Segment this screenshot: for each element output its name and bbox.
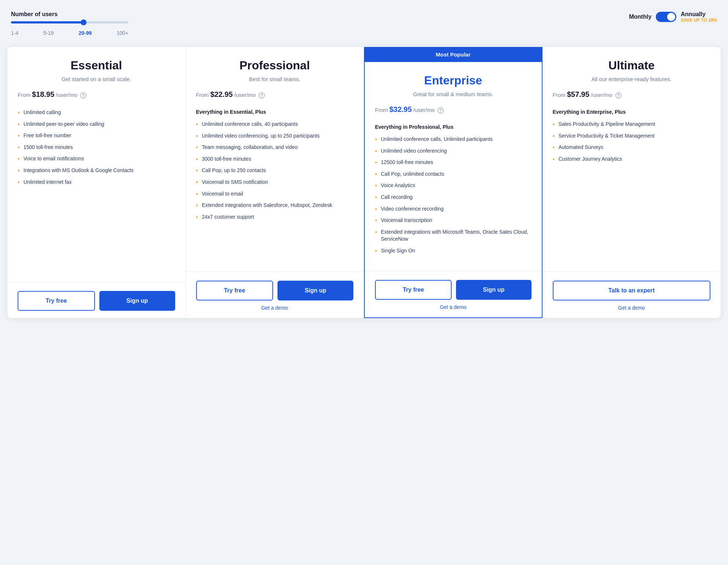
professional-feature-2: Unlimited video conferencing, up to 250 … xyxy=(196,132,354,140)
ultimate-features-header: Everything in Enterprise, Plus xyxy=(553,109,711,115)
tick-5-19[interactable]: 5-19 xyxy=(43,30,54,36)
ultimate-price-from: From xyxy=(553,92,567,98)
professional-feature-1: Unlimited conference calls, 40 participa… xyxy=(196,121,354,128)
professional-cta: Try free Sign up Get a demo xyxy=(186,271,364,318)
professional-feature-9: 24x7 customer support xyxy=(196,214,354,221)
enterprise-feature-6: Call recording xyxy=(375,194,532,201)
enterprise-content: Enterprise Great for small & medium team… xyxy=(365,62,542,271)
professional-price: From $22.95 /user/mo ? xyxy=(196,90,354,99)
professional-features-header: Everything in Essential, Plus xyxy=(196,109,354,115)
ultimate-demo-link[interactable]: Get a demo xyxy=(618,305,645,311)
essential-feature-1: Unlimited calling xyxy=(18,109,175,116)
enterprise-features: Unlimited conference calls, Unlimited pa… xyxy=(375,136,532,259)
users-ticks: 1-4 5-19 20-99 100+ xyxy=(11,30,128,36)
enterprise-feature-5: Voice Analytics xyxy=(375,182,532,189)
ultimate-features: Sales Productivity & Pipeline Management… xyxy=(553,121,711,260)
essential-features: Unlimited calling Unlimited peer-to-peer… xyxy=(18,109,175,270)
professional-price-from: From xyxy=(196,92,210,98)
essential-sign-up-button[interactable]: Sign up xyxy=(99,291,175,311)
billing-toggle-switch[interactable] xyxy=(656,12,676,22)
billing-toggle: Monthly Annually SAVE UP TO 28% xyxy=(629,11,717,23)
ultimate-description: All our enterprise-ready features. xyxy=(553,76,711,82)
tick-1-4[interactable]: 1-4 xyxy=(11,30,18,36)
enterprise-features-header: Everything in Professional, Plus xyxy=(375,124,532,130)
enterprise-cta: Try free Sign up Get a demo xyxy=(365,271,542,317)
plan-enterprise: Most Popular Enterprise Great for small … xyxy=(364,47,543,318)
toggle-knob xyxy=(667,13,675,21)
enterprise-price-amount: $32.95 xyxy=(389,105,412,113)
professional-name: Professional xyxy=(196,59,354,72)
essential-name: Essential xyxy=(18,59,175,72)
enterprise-description: Great for small & medium teams. xyxy=(375,91,532,97)
essential-feature-2: Unlimited peer-to-peer video calling xyxy=(18,121,175,128)
professional-feature-3: Team messaging, collaboration, and video xyxy=(196,144,354,151)
enterprise-try-free-button[interactable]: Try free xyxy=(375,280,452,300)
ultimate-talk-expert-button[interactable]: Talk to an expert xyxy=(553,281,711,300)
slider-thumb xyxy=(81,19,87,25)
enterprise-feature-2: Unlimited video conferencing xyxy=(375,147,532,155)
enterprise-info-icon[interactable]: ? xyxy=(438,107,444,113)
enterprise-feature-8: Voicemail transcription xyxy=(375,217,532,224)
enterprise-demo-link[interactable]: Get a demo xyxy=(440,304,467,310)
header-row: Number of users 1-4 5-19 20-99 100+ Mont… xyxy=(7,11,721,36)
professional-demo-link[interactable]: Get a demo xyxy=(261,305,288,311)
users-slider-track[interactable] xyxy=(11,21,128,23)
enterprise-feature-3: 12500 toll-free minutes xyxy=(375,159,532,166)
billing-monthly-label: Monthly xyxy=(629,14,651,20)
enterprise-feature-7: Video conference recording xyxy=(375,205,532,213)
essential-content: Essential Get started on a small scale. … xyxy=(7,47,185,282)
ultimate-cta: Talk to an expert Get a demo xyxy=(543,271,721,318)
professional-feature-8: Extended integrations with Salesforce, H… xyxy=(196,202,354,209)
enterprise-price-suffix: /user/mo xyxy=(412,107,435,113)
professional-cta-buttons: Try free Sign up xyxy=(196,281,354,300)
essential-cta-buttons: Try free Sign up xyxy=(18,291,175,311)
essential-price-amount: $18.95 xyxy=(32,90,54,98)
professional-feature-6: Voicemail to SMS notification xyxy=(196,179,354,186)
plan-ultimate: Ultimate All our enterprise-ready featur… xyxy=(543,47,721,318)
enterprise-feature-4: Call Pop, unlimited contacts xyxy=(375,171,532,178)
professional-price-amount: $22.95 xyxy=(210,90,233,98)
essential-description: Get started on a small scale. xyxy=(18,76,175,82)
ultimate-name: Ultimate xyxy=(553,59,711,72)
enterprise-sign-up-button[interactable]: Sign up xyxy=(456,280,531,300)
professional-feature-5: Call Pop, up to 250 contacts xyxy=(196,167,354,174)
enterprise-cta-buttons: Try free Sign up xyxy=(375,280,532,300)
enterprise-feature-1: Unlimited conference calls, Unlimited pa… xyxy=(375,136,532,143)
billing-annually-label: Annually xyxy=(681,11,706,18)
users-label: Number of users xyxy=(11,11,128,18)
essential-feature-5: Voice to email notifications xyxy=(18,155,175,163)
professional-feature-7: Voicemail to email xyxy=(196,190,354,198)
ultimate-price-suffix: /user/mo xyxy=(589,92,613,98)
enterprise-price: From $32.95 /user/mo ? xyxy=(375,105,532,114)
professional-price-suffix: /user/mo xyxy=(233,92,256,98)
billing-annually-section: Annually SAVE UP TO 28% xyxy=(681,11,717,23)
tick-100-plus[interactable]: 100+ xyxy=(117,30,128,36)
tick-20-99[interactable]: 20-99 xyxy=(79,30,92,36)
save-badge: SAVE UP TO 28% xyxy=(681,18,717,23)
essential-info-icon[interactable]: ? xyxy=(80,92,86,98)
slider-fill xyxy=(11,21,84,23)
ultimate-info-icon[interactable]: ? xyxy=(615,92,621,98)
essential-feature-4: 1500 toll-free minutes xyxy=(18,144,175,151)
professional-feature-4: 3000 toll-free minutes xyxy=(196,156,354,163)
professional-description: Best for small teams. xyxy=(196,76,354,82)
ultimate-feature-3: Automated Surveys xyxy=(553,144,711,151)
ultimate-feature-4: Customer Journey Analytics xyxy=(553,156,711,163)
professional-features: Unlimited conference calls, 40 participa… xyxy=(196,121,354,260)
essential-price-suffix: /user/mo xyxy=(54,92,77,98)
ultimate-feature-2: Service Productivity & Ticket Management xyxy=(553,132,711,140)
enterprise-feature-9: Extended integrations with Microsoft Tea… xyxy=(375,229,532,243)
enterprise-popular-badge: Most Popular xyxy=(365,47,542,62)
enterprise-name: Enterprise xyxy=(375,74,532,87)
plans-grid: Essential Get started on a small scale. … xyxy=(7,47,721,318)
plan-essential: Essential Get started on a small scale. … xyxy=(7,47,186,318)
essential-feature-6: Integrations with MS Outlook & Google Co… xyxy=(18,167,175,174)
essential-try-free-button[interactable]: Try free xyxy=(18,291,95,311)
ultimate-content: Ultimate All our enterprise-ready featur… xyxy=(543,47,721,271)
professional-info-icon[interactable]: ? xyxy=(259,92,265,98)
essential-cta: Try free Sign up xyxy=(7,282,185,318)
professional-try-free-button[interactable]: Try free xyxy=(196,281,273,300)
ultimate-price-amount: $57.95 xyxy=(567,90,589,98)
essential-feature-3: Free toll-free number xyxy=(18,132,175,139)
professional-sign-up-button[interactable]: Sign up xyxy=(277,281,353,300)
